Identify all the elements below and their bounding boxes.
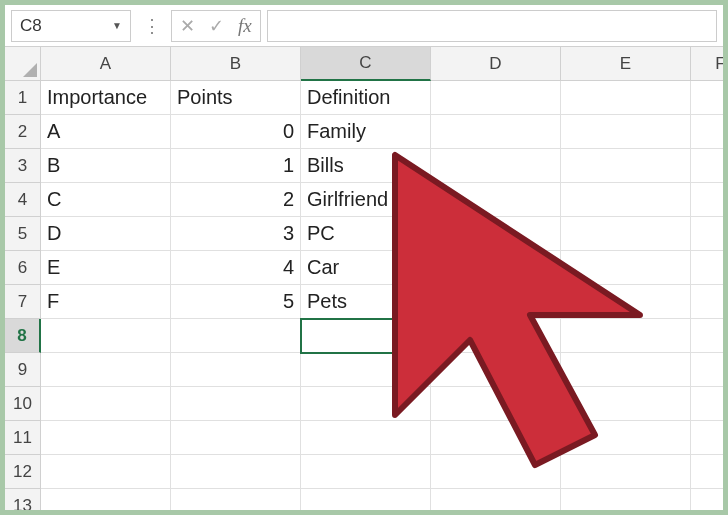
cell-D10[interactable] [431,387,561,421]
row-header[interactable]: 2 [5,115,41,149]
row-header[interactable]: 1 [5,81,41,115]
cell-C9[interactable] [301,353,431,387]
cell-D2[interactable] [431,115,561,149]
confirm-icon[interactable]: ✓ [209,15,224,37]
cell-F12[interactable] [691,455,723,489]
cell-B7[interactable]: 5 [171,285,301,319]
cell-F7[interactable] [691,285,723,319]
row-header[interactable]: 8 [5,319,41,353]
cell-A10[interactable] [41,387,171,421]
col-header-A[interactable]: A [41,47,171,81]
cell-D12[interactable] [431,455,561,489]
cell-F10[interactable] [691,387,723,421]
cell-F5[interactable] [691,217,723,251]
cell-E13[interactable] [561,489,691,510]
cell-C3[interactable]: Bills [301,149,431,183]
cell-F3[interactable] [691,149,723,183]
cell-F8[interactable] [691,319,723,353]
row-header[interactable]: 5 [5,217,41,251]
row-header[interactable]: 11 [5,421,41,455]
row-header[interactable]: 7 [5,285,41,319]
cell-F9[interactable] [691,353,723,387]
cell-D5[interactable] [431,217,561,251]
col-header-F[interactable]: F [691,47,723,81]
cell-E2[interactable] [561,115,691,149]
cell-A12[interactable] [41,455,171,489]
cell-B4[interactable]: 2 [171,183,301,217]
cell-B8[interactable] [171,319,301,353]
cell-E10[interactable] [561,387,691,421]
col-header-E[interactable]: E [561,47,691,81]
cell-E6[interactable] [561,251,691,285]
col-header-D[interactable]: D [431,47,561,81]
cell-A13[interactable] [41,489,171,510]
col-header-B[interactable]: B [171,47,301,81]
cell-F1[interactable] [691,81,723,115]
cell-D3[interactable] [431,149,561,183]
select-all-corner[interactable] [5,47,41,81]
cell-B9[interactable] [171,353,301,387]
row-header[interactable]: 3 [5,149,41,183]
row-header[interactable]: 10 [5,387,41,421]
row-header[interactable]: 4 [5,183,41,217]
row-header[interactable]: 9 [5,353,41,387]
cell-B10[interactable] [171,387,301,421]
cell-F6[interactable] [691,251,723,285]
formula-input[interactable] [267,10,717,42]
cell-A7[interactable]: F [41,285,171,319]
cell-F11[interactable] [691,421,723,455]
cell-B1[interactable]: Points [171,81,301,115]
cell-B2[interactable]: 0 [171,115,301,149]
cell-C6[interactable]: Car [301,251,431,285]
cell-A11[interactable] [41,421,171,455]
cell-B11[interactable] [171,421,301,455]
cell-D4[interactable] [431,183,561,217]
cell-B13[interactable] [171,489,301,510]
cell-D6[interactable] [431,251,561,285]
cell-E11[interactable] [561,421,691,455]
cell-E4[interactable] [561,183,691,217]
cancel-icon[interactable]: ✕ [180,15,195,37]
cell-E5[interactable] [561,217,691,251]
cell-A8[interactable] [41,319,171,353]
cell-C10[interactable] [301,387,431,421]
cell-B5[interactable]: 3 [171,217,301,251]
cell-E7[interactable] [561,285,691,319]
cell-D1[interactable] [431,81,561,115]
row-header[interactable]: 13 [5,489,41,510]
cell-A5[interactable]: D [41,217,171,251]
cell-D13[interactable] [431,489,561,510]
cell-E1[interactable] [561,81,691,115]
cell-D8[interactable] [431,319,561,353]
cell-E3[interactable] [561,149,691,183]
cell-B12[interactable] [171,455,301,489]
name-box[interactable]: C8 ▼ [11,10,131,42]
cell-A2[interactable]: A [41,115,171,149]
cell-D11[interactable] [431,421,561,455]
cell-C5[interactable]: PC [301,217,431,251]
cell-A9[interactable] [41,353,171,387]
row-header[interactable]: 6 [5,251,41,285]
cell-E8[interactable] [561,319,691,353]
row-header[interactable]: 12 [5,455,41,489]
cell-E12[interactable] [561,455,691,489]
col-header-C[interactable]: C [301,47,431,81]
cell-C13[interactable] [301,489,431,510]
cell-E9[interactable] [561,353,691,387]
cell-F4[interactable] [691,183,723,217]
cell-A4[interactable]: C [41,183,171,217]
cell-C7[interactable]: Pets [301,285,431,319]
cell-C12[interactable] [301,455,431,489]
cell-A1[interactable]: Importance [41,81,171,115]
cell-C11[interactable] [301,421,431,455]
cell-F2[interactable] [691,115,723,149]
cell-C2[interactable]: Family [301,115,431,149]
cell-B6[interactable]: 4 [171,251,301,285]
cell-A6[interactable]: E [41,251,171,285]
fx-icon[interactable]: fx [238,15,252,37]
cell-A3[interactable]: B [41,149,171,183]
cell-B3[interactable]: 1 [171,149,301,183]
cell-C1[interactable]: Definition [301,81,431,115]
cell-D7[interactable] [431,285,561,319]
cell-C8[interactable] [301,319,431,353]
